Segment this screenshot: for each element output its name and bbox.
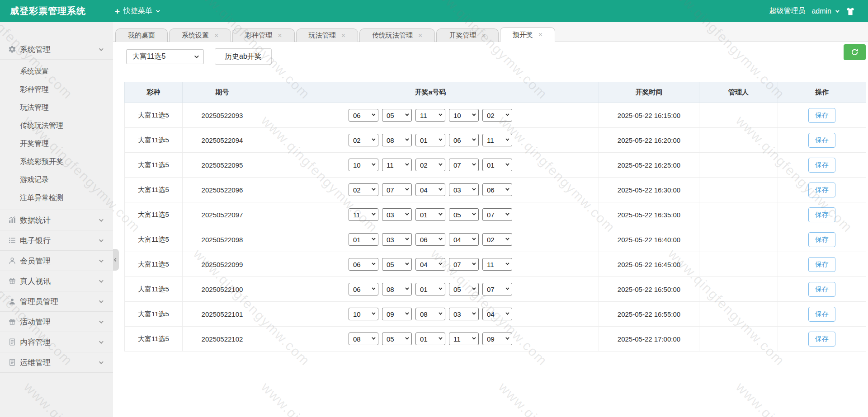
- number-select[interactable]: 06: [349, 283, 378, 295]
- theme-shirt-icon[interactable]: [844, 5, 856, 17]
- number-select[interactable]: 11: [415, 109, 445, 122]
- number-select[interactable]: 01: [415, 333, 445, 345]
- save-button[interactable]: 保存: [808, 108, 835, 123]
- number-select[interactable]: 09: [482, 333, 512, 345]
- sidebar-item-5[interactable]: 管理员管理: [0, 291, 113, 311]
- number-select[interactable]: 03: [382, 208, 412, 221]
- close-icon[interactable]: ×: [278, 32, 282, 39]
- save-button[interactable]: 保存: [808, 307, 835, 322]
- number-select[interactable]: 06: [482, 183, 512, 196]
- save-button[interactable]: 保存: [808, 257, 835, 272]
- chevron-down-icon: [405, 261, 409, 265]
- number-select[interactable]: 08: [349, 333, 378, 345]
- save-button[interactable]: 保存: [808, 232, 835, 247]
- number-select[interactable]: 01: [482, 159, 512, 171]
- number-select[interactable]: 06: [415, 233, 445, 246]
- sidebar-item-1[interactable]: 数据统计: [0, 210, 113, 230]
- sidebar-subitem-0-3[interactable]: 传统玩法管理: [0, 117, 113, 135]
- history-ab-draw-button[interactable]: 历史ab开奖: [215, 48, 272, 65]
- number-select[interactable]: 11: [482, 134, 512, 146]
- sidebar-subitem-0-4[interactable]: 开奖管理: [0, 135, 113, 153]
- sidebar-item-2[interactable]: 电子银行: [0, 230, 113, 250]
- tab-5[interactable]: 开奖管理×: [436, 28, 498, 42]
- number-select[interactable]: 10: [449, 109, 479, 122]
- save-button[interactable]: 保存: [808, 158, 835, 173]
- number-select[interactable]: 09: [382, 308, 412, 320]
- number-select[interactable]: 05: [382, 333, 412, 345]
- close-icon[interactable]: ×: [538, 31, 542, 38]
- number-select[interactable]: 05: [449, 208, 479, 221]
- sidebar-item-3[interactable]: 会员管理: [0, 251, 113, 271]
- number-select[interactable]: 11: [382, 159, 412, 171]
- sidebar-item-4[interactable]: 真人视讯: [0, 271, 113, 291]
- sidebar-subitem-0-0[interactable]: 系统设置: [0, 62, 113, 80]
- number-select[interactable]: 06: [349, 109, 378, 122]
- tab-3[interactable]: 玩法管理×: [296, 28, 358, 42]
- sidebar-subitem-0-1[interactable]: 彩种管理: [0, 80, 113, 98]
- close-icon[interactable]: ×: [481, 32, 486, 39]
- save-button[interactable]: 保存: [808, 332, 835, 347]
- number-select[interactable]: 07: [482, 208, 512, 221]
- number-select[interactable]: 02: [349, 134, 378, 146]
- lottery-select[interactable]: 大富11选5: [126, 49, 204, 64]
- number-select[interactable]: 02: [482, 109, 512, 122]
- sidebar-item-8[interactable]: 运维管理: [0, 352, 113, 372]
- user-menu[interactable]: admin: [811, 7, 838, 15]
- number-select[interactable]: 11: [449, 333, 479, 345]
- save-button[interactable]: 保存: [808, 183, 835, 197]
- save-button[interactable]: 保存: [808, 207, 835, 222]
- save-button[interactable]: 保存: [808, 282, 835, 297]
- save-button[interactable]: 保存: [808, 133, 835, 148]
- number-select[interactable]: 04: [415, 258, 445, 271]
- number-select[interactable]: 07: [449, 159, 479, 171]
- number-select[interactable]: 08: [382, 283, 412, 295]
- number-select-value: 11: [387, 161, 394, 169]
- number-select[interactable]: 04: [415, 183, 445, 196]
- tab-6[interactable]: 预开奖×: [500, 27, 555, 42]
- tab-label: 预开奖: [513, 31, 533, 39]
- number-select[interactable]: 01: [415, 283, 445, 295]
- number-select[interactable]: 08: [415, 308, 445, 320]
- quick-menu-button[interactable]: + 快捷菜单: [115, 6, 159, 16]
- sidebar-collapse-handle[interactable]: [113, 249, 119, 271]
- close-icon[interactable]: ×: [418, 32, 422, 39]
- number-select[interactable]: 02: [349, 183, 378, 196]
- close-icon[interactable]: ×: [214, 32, 218, 39]
- number-select[interactable]: 01: [415, 134, 445, 146]
- number-select[interactable]: 01: [415, 208, 445, 221]
- number-select[interactable]: 05: [382, 109, 412, 122]
- number-select[interactable]: 04: [449, 233, 479, 246]
- number-select[interactable]: 07: [449, 258, 479, 271]
- number-select[interactable]: 02: [415, 159, 445, 171]
- number-select[interactable]: 06: [349, 258, 378, 271]
- number-select[interactable]: 11: [349, 208, 378, 221]
- sidebar-item-7[interactable]: 内容管理: [0, 332, 113, 352]
- number-select[interactable]: 03: [382, 233, 412, 246]
- sidebar-subitem-0-5[interactable]: 系统彩预开奖: [0, 153, 113, 171]
- tab-4[interactable]: 传统玩法管理×: [359, 28, 435, 42]
- number-select[interactable]: 06: [449, 134, 479, 146]
- number-select[interactable]: 11: [482, 258, 512, 271]
- number-select[interactable]: 03: [449, 183, 479, 196]
- number-select[interactable]: 08: [382, 134, 412, 146]
- number-select[interactable]: 04: [482, 308, 512, 320]
- close-icon[interactable]: ×: [341, 32, 345, 39]
- sidebar-subitem-0-6[interactable]: 游戏记录: [0, 171, 113, 189]
- tab-2[interactable]: 彩种管理×: [232, 28, 294, 42]
- number-select[interactable]: 07: [482, 283, 512, 295]
- number-select[interactable]: 02: [482, 233, 512, 246]
- number-select[interactable]: 05: [449, 283, 479, 295]
- tab-1[interactable]: 系统设置×: [169, 28, 231, 42]
- number-select[interactable]: 01: [349, 233, 378, 246]
- number-select[interactable]: 10: [349, 159, 378, 171]
- sidebar-item-6[interactable]: 活动管理: [0, 312, 113, 332]
- sidebar-subitem-0-7[interactable]: 注单异常检测: [0, 189, 113, 207]
- number-select[interactable]: 10: [349, 308, 378, 320]
- sidebar-subitem-0-2[interactable]: 玩法管理: [0, 98, 113, 117]
- number-select[interactable]: 07: [382, 183, 412, 196]
- tab-0[interactable]: 我的桌面: [115, 28, 168, 42]
- refresh-button[interactable]: [844, 44, 866, 60]
- number-select[interactable]: 05: [382, 258, 412, 271]
- sidebar-item-0[interactable]: 系统管理: [0, 39, 113, 59]
- number-select[interactable]: 03: [449, 308, 479, 320]
